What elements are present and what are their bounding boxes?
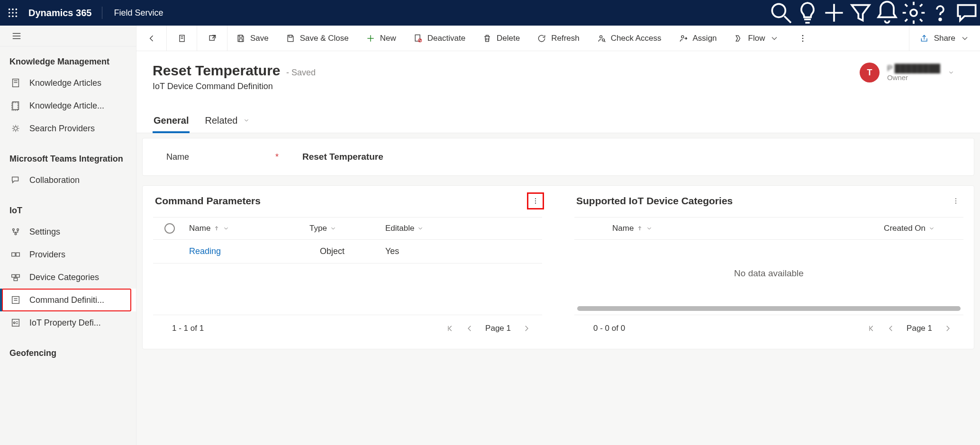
svg-rect-42 <box>209 36 214 40</box>
nav-command-definitions[interactable]: Command Definiti... <box>0 289 136 311</box>
column-header-created[interactable]: Created On <box>802 224 963 233</box>
nav-iot-settings[interactable]: Settings <box>0 220 136 243</box>
lightbulb-icon[interactable] <box>794 0 821 26</box>
overflow-button[interactable] <box>788 26 818 51</box>
button-label: Flow <box>748 34 765 43</box>
save-button[interactable]: Save <box>227 26 277 51</box>
back-button[interactable] <box>136 26 167 51</box>
gear-icon[interactable] <box>900 0 927 26</box>
check-access-button[interactable]: Check Access <box>588 26 670 51</box>
nav-section-teams: Microsoft Teams Integration <box>0 140 136 169</box>
nav-item-label: IoT Property Defi... <box>29 318 101 328</box>
tab-related[interactable]: Related <box>204 110 251 133</box>
main-content: Save Save & Close New Deactivate Delete … <box>136 26 980 445</box>
filter-icon[interactable] <box>847 0 874 26</box>
svg-rect-27 <box>12 253 15 256</box>
nav-item-label: Settings <box>29 227 60 237</box>
nav-iot-providers[interactable]: Providers <box>0 243 136 266</box>
prev-page-icon[interactable] <box>465 324 474 333</box>
brand-label[interactable]: Dynamics 365 <box>26 8 102 18</box>
column-header-name[interactable]: Name <box>574 224 802 233</box>
chevron-down-icon <box>330 225 336 232</box>
panel-title: Command Parameters <box>155 195 542 207</box>
nav-collaboration[interactable]: Collaboration <box>0 169 136 191</box>
panel-more-button[interactable] <box>949 194 962 208</box>
nav-search-providers[interactable]: Search Providers <box>0 117 136 140</box>
svg-rect-32 <box>12 297 19 304</box>
nav-collapse-button[interactable] <box>0 26 136 46</box>
refresh-button[interactable]: Refresh <box>528 26 588 51</box>
tab-general[interactable]: General <box>153 110 190 133</box>
button-label: Delete <box>497 34 520 43</box>
assign-button[interactable]: Assign <box>670 26 726 51</box>
owner-block[interactable]: T P ████████ Owner <box>860 63 954 82</box>
page-label: Page 1 <box>907 324 932 333</box>
next-page-icon[interactable] <box>522 324 531 333</box>
deactivate-button[interactable]: Deactivate <box>405 26 474 51</box>
tab-label: Related <box>205 115 237 126</box>
sort-asc-icon <box>636 225 643 232</box>
nav-section-knowledge: Knowledge Management <box>0 46 136 72</box>
delete-button[interactable]: Delete <box>474 26 528 51</box>
app-launcher-icon[interactable] <box>0 8 26 18</box>
row-count: 0 - 0 of 0 <box>593 324 625 333</box>
first-page-icon[interactable] <box>867 324 875 333</box>
column-header-name[interactable]: Name <box>186 224 309 233</box>
horizontal-scrollbar[interactable] <box>577 306 961 311</box>
app-name-label[interactable]: Field Service <box>102 8 174 18</box>
bell-icon[interactable] <box>874 0 900 26</box>
nav-iot-property-definitions[interactable]: IoT Property Defi... <box>0 311 136 334</box>
plus-icon[interactable] <box>821 0 847 26</box>
next-page-icon[interactable] <box>944 324 952 333</box>
assistant-icon[interactable] <box>953 0 980 26</box>
column-label: Created On <box>884 224 926 233</box>
svg-line-10 <box>784 16 791 23</box>
new-button[interactable]: New <box>357 26 405 51</box>
nav-knowledge-articles[interactable]: Knowledge Articles <box>0 72 136 94</box>
nav-device-categories[interactable]: Device Categories <box>0 266 136 289</box>
panel-title: Supported IoT Device Categories <box>576 195 963 207</box>
nav-knowledge-article-templates[interactable]: Knowledge Article... <box>0 94 136 117</box>
grid-footer: 1 - 1 of 1 Page 1 <box>153 315 542 341</box>
field-value-name[interactable]: Reset Temperature <box>302 152 383 162</box>
flow-button[interactable]: Flow <box>726 26 788 51</box>
chevron-down-icon[interactable] <box>948 69 954 76</box>
save-close-button[interactable]: Save & Close <box>277 26 357 51</box>
form-selector-button[interactable] <box>167 26 197 51</box>
share-button[interactable]: Share <box>909 26 980 51</box>
svg-point-1 <box>12 9 14 10</box>
svg-point-24 <box>13 229 15 231</box>
svg-point-58 <box>535 198 536 199</box>
first-page-icon[interactable] <box>445 324 454 333</box>
nav-section-iot: IoT <box>0 191 136 220</box>
column-label: Type <box>309 224 327 233</box>
column-header-type[interactable]: Type <box>309 224 385 233</box>
column-header-editable[interactable]: Editable <box>385 224 461 233</box>
svg-line-53 <box>604 41 606 42</box>
owner-name: P ████████ <box>887 64 940 73</box>
svg-point-6 <box>9 16 10 18</box>
svg-point-23 <box>14 127 17 130</box>
chevron-down-icon <box>646 225 653 232</box>
select-all-checkbox[interactable] <box>164 223 175 234</box>
svg-point-14 <box>939 18 941 20</box>
search-icon[interactable] <box>768 0 794 26</box>
kebab-icon[interactable] <box>532 197 539 205</box>
command-bar: Save Save & Close New Deactivate Delete … <box>136 26 980 51</box>
name-field-card: Name * Reset Temperature <box>142 138 974 176</box>
button-label: Save <box>250 34 269 43</box>
row-editable: Yes <box>385 246 461 256</box>
nav-item-label: Providers <box>29 250 65 260</box>
help-icon[interactable] <box>927 0 953 26</box>
nav-section-geofencing: Geofencing <box>0 334 136 363</box>
nav-item-label: Device Categories <box>29 272 99 282</box>
open-in-new-button[interactable] <box>197 26 227 51</box>
svg-point-57 <box>802 40 804 42</box>
button-label: Save & Close <box>300 34 349 43</box>
prev-page-icon[interactable] <box>887 324 895 333</box>
row-type: Object <box>309 246 385 256</box>
svg-point-63 <box>955 203 956 204</box>
row-name-link[interactable]: Reading <box>186 246 309 256</box>
grid-row[interactable]: Reading Object Yes <box>153 240 542 263</box>
svg-point-26 <box>15 233 17 235</box>
